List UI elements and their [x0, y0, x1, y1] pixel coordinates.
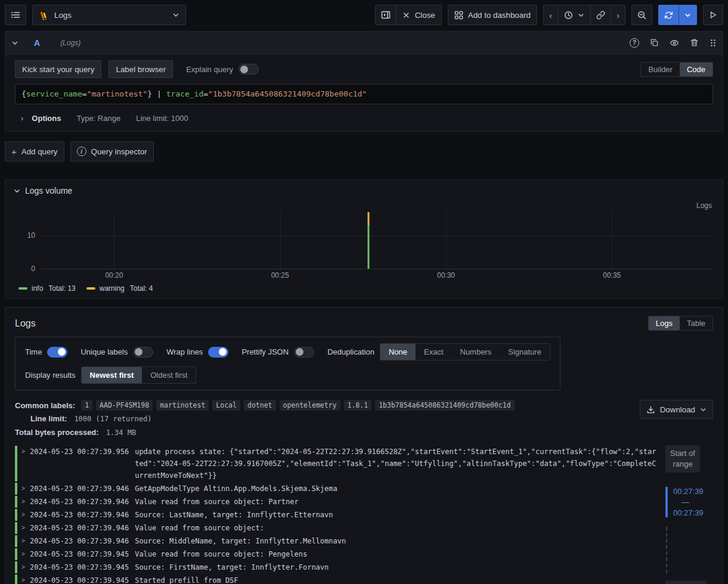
chart-axis-series-label: Logs — [16, 201, 712, 210]
wrap-lines-toggle-control: Wrap lines — [166, 347, 228, 358]
unique-labels-toggle-control: Unique labels — [80, 347, 153, 358]
options-chevron-icon[interactable]: › — [21, 114, 23, 123]
log-row[interactable]: > 2024-05-23 00:27:39.956 update process… — [15, 445, 658, 482]
log-row[interactable]: > 2024-05-23 00:27:39.946 Value read fro… — [15, 521, 658, 535]
query-row-header[interactable]: A (Logs) ? — [5, 32, 723, 54]
share-link-button[interactable] — [590, 5, 611, 25]
add-query-button[interactable]: + Add query — [5, 141, 64, 161]
refresh-icon — [664, 11, 673, 20]
log-row[interactable]: > 2024-05-23 00:27:39.946 Source: LastNa… — [15, 508, 658, 521]
time-picker-button[interactable] — [557, 5, 591, 25]
expand-row-chevron-icon[interactable]: > — [21, 535, 30, 547]
common-label-badge: 1.8.1 — [344, 400, 372, 411]
mode-option-builder[interactable]: Builder — [641, 63, 679, 76]
label-browser-button[interactable]: Label browser — [109, 60, 173, 78]
options-label[interactable]: Options — [32, 114, 61, 123]
refresh-interval-dropdown[interactable] — [679, 5, 697, 25]
common-labels-badges: 1AAD-PF4SM198martinotestLocaldotnetopent… — [81, 400, 515, 411]
chart-x-tick-label: 00:20 — [105, 271, 123, 279]
display-option-newest[interactable]: Newest first — [82, 367, 142, 383]
query-segment: = — [203, 89, 208, 98]
dedup-option-none[interactable]: None — [380, 344, 416, 360]
wrap-lines-switch[interactable] — [208, 347, 228, 358]
kick-start-query-button[interactable]: Kick start your query — [15, 60, 101, 78]
legend-series-total: Total: 13 — [48, 284, 75, 293]
expand-row-chevron-icon[interactable]: > — [21, 561, 30, 573]
options-type: Type: Range — [76, 114, 120, 123]
chart-plot[interactable]: 010 — [41, 211, 713, 269]
hide-response-eye-icon[interactable] — [670, 38, 679, 48]
query-inspector-button[interactable]: i Query inspector — [70, 141, 154, 161]
duplicate-query-icon[interactable] — [650, 38, 659, 47]
download-label: Download — [660, 405, 695, 414]
close-split-button[interactable]: ✕ Close — [396, 5, 442, 25]
total-bytes-label: Total bytes processed: — [15, 428, 99, 437]
help-icon[interactable]: ? — [630, 38, 639, 48]
chart-bar-info[interactable] — [367, 225, 369, 269]
run-query-button[interactable] — [703, 5, 723, 25]
log-row[interactable]: > 2024-05-23 00:27:39.945 Source: FirstN… — [15, 561, 658, 574]
log-row[interactable]: > 2024-05-23 00:27:39.946 Source: Middle… — [15, 535, 658, 548]
time-forward-button[interactable]: › — [611, 5, 625, 25]
logql-query-input[interactable]: {service_name="martinotest"} | trace_id=… — [15, 84, 713, 104]
split-icon — [381, 10, 391, 20]
log-row[interactable]: > 2024-05-23 00:27:39.945 Value read fro… — [15, 548, 658, 561]
expand-row-chevron-icon[interactable]: > — [21, 548, 30, 560]
minimap-dashed-line — [666, 527, 667, 573]
unique-labels-switch[interactable] — [133, 347, 153, 358]
split-view-button[interactable] — [375, 5, 396, 25]
mega-menu-toggle-button[interactable] — [5, 5, 26, 25]
prettify-json-switch[interactable] — [294, 347, 314, 358]
display-option-oldest[interactable]: Oldest first — [142, 367, 196, 383]
legend-item[interactable]: info Total: 13 — [18, 284, 76, 293]
time-back-button[interactable]: ‹ — [543, 5, 558, 25]
logs-volume-header[interactable]: Logs volume — [5, 180, 723, 197]
expand-row-chevron-icon[interactable]: > — [21, 446, 30, 458]
log-timestamp: 2024-05-23 00:27:39.946 — [30, 509, 129, 521]
mode-option-code[interactable]: Code — [680, 63, 712, 76]
add-to-dashboard-button[interactable]: Add to dashboard — [448, 5, 537, 25]
chart-bar-warning[interactable] — [367, 212, 369, 225]
legend-item[interactable]: warning Total: 4 — [86, 284, 153, 293]
dedup-option-numbers[interactable]: Numbers — [452, 344, 500, 360]
expand-row-chevron-icon[interactable]: > — [21, 574, 30, 584]
add-to-dashboard-label: Add to dashboard — [468, 11, 531, 20]
query-ref-id: A — [34, 38, 40, 48]
remove-query-trash-icon[interactable] — [690, 38, 699, 47]
zoom-out-time-button[interactable] — [631, 5, 652, 25]
expand-row-chevron-icon[interactable]: > — [21, 522, 30, 534]
log-timestamp: 2024-05-23 00:27:39.946 — [30, 522, 129, 534]
collapse-chevron-icon[interactable] — [11, 39, 18, 46]
log-level-indicator — [15, 535, 17, 547]
minimap-selected-range[interactable]: 00:27:39 — 00:27:39 — [665, 487, 704, 517]
log-row[interactable]: > 2024-05-23 00:27:39.945 Started prefil… — [15, 574, 658, 584]
download-button[interactable]: Download — [640, 400, 713, 419]
logs-volume-chart[interactable]: Logs 010 00:2000:2500:3000:35 info Total… — [5, 201, 723, 293]
view-option-table[interactable]: Table — [680, 316, 712, 330]
options-line-limit: Line limit: 1000 — [136, 114, 188, 123]
expand-row-chevron-icon[interactable]: > — [21, 483, 30, 495]
log-row[interactable]: > 2024-05-23 00:27:39.946 Value read fro… — [15, 495, 658, 508]
datasource-picker[interactable]: Logs — [32, 5, 186, 25]
chart-y-tick-label: 0 — [31, 265, 35, 273]
log-minimap-rail[interactable]: Start of range 00:27:39 — 00:27:39 — [665, 445, 713, 584]
explain-query-label: Explain query — [186, 65, 233, 74]
expand-row-chevron-icon[interactable]: > — [21, 509, 30, 521]
view-option-logs[interactable]: Logs — [649, 316, 680, 330]
dedup-option-signature[interactable]: Signature — [500, 344, 550, 360]
time-switch[interactable] — [47, 347, 67, 358]
explain-query-switch[interactable] — [238, 64, 259, 74]
refresh-button[interactable] — [658, 5, 679, 25]
query-segment: } — [147, 89, 152, 98]
log-row[interactable]: > 2024-05-23 00:27:39.946 GetAppModelTyp… — [15, 482, 658, 495]
log-level-indicator — [15, 522, 17, 534]
query-options-row[interactable]: › Options Type: Range Line limit: 1000 — [15, 111, 713, 124]
expand-row-chevron-icon[interactable]: > — [21, 496, 30, 508]
common-label-badge: AAD-PF4SM198 — [96, 400, 153, 411]
deduplication-radio-group: None Exact Numbers Signature — [380, 343, 550, 361]
top-toolbar: Logs ✕ Close — [0, 0, 728, 30]
log-message: Value read from source object: Partner — [135, 496, 658, 508]
drag-handle-icon[interactable] — [710, 39, 717, 47]
dedup-option-exact[interactable]: Exact — [416, 344, 452, 360]
info-icon: i — [77, 147, 86, 156]
